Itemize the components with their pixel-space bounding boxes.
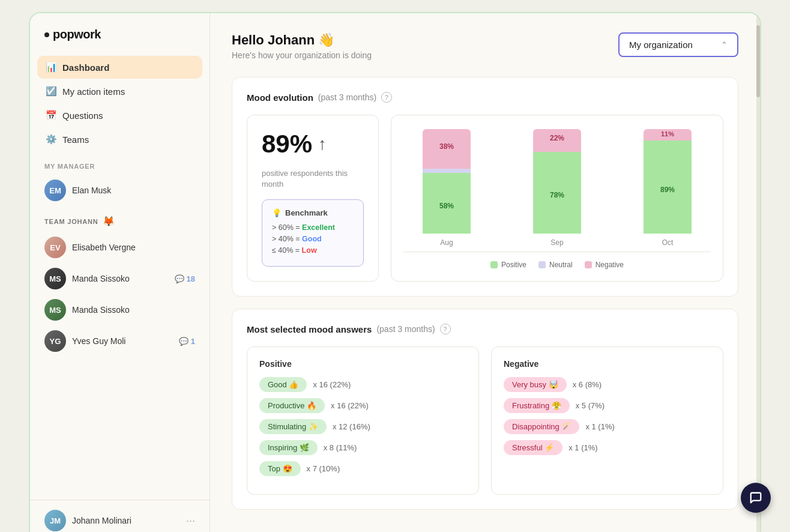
nav-item-questions[interactable]: 📅 Questions bbox=[37, 104, 202, 127]
nav-item-dashboard[interactable]: 📊 Dashboard bbox=[37, 56, 202, 79]
mood-tag-stimulating: Stimulating ✨ bbox=[259, 419, 327, 434]
right-scroll-thumb bbox=[756, 25, 760, 97]
teams-icon: ⚙️ bbox=[46, 134, 56, 145]
questions-icon: 📅 bbox=[46, 110, 56, 121]
mood-tag-row: Good 👍 x 16 (22%) bbox=[259, 377, 466, 392]
team-member-row[interactable]: EV Elisabeth Vergne bbox=[30, 232, 210, 263]
chart-bars: 58% 38% Aug 78% 22% bbox=[403, 127, 711, 252]
action-items-icon: ☑️ bbox=[46, 86, 56, 97]
mood-evolution-card: Mood evolution (past 3 months) ? 89% ↑ p… bbox=[232, 77, 738, 297]
member-avatar-ev: EV bbox=[44, 237, 66, 258]
positive-col: Positive Good 👍 x 16 (22%) Productive 🔥 … bbox=[247, 346, 479, 495]
manager-item[interactable]: EM Elan Musk bbox=[30, 175, 210, 206]
bar-negative-aug: 38% bbox=[423, 129, 471, 169]
chart-area: 58% 38% Aug 78% 22% bbox=[391, 115, 723, 282]
mood-tag-row: Stimulating ✨ x 12 (16%) bbox=[259, 419, 466, 434]
mood-tag-top: Top 😍 bbox=[259, 461, 301, 476]
mood-count-stressful: x 1 (1%) bbox=[568, 443, 597, 452]
team-emoji: 🦊 bbox=[103, 216, 115, 227]
mood-tag-row: Top 😍 x 7 (10%) bbox=[259, 461, 466, 476]
legend-dot-positive bbox=[490, 261, 498, 268]
team-header: TEAM JOHANN 🦊 bbox=[30, 206, 210, 232]
bar-stack-aug: 58% 38% bbox=[423, 129, 471, 234]
nav-label-questions: Questions bbox=[62, 110, 103, 121]
bar-neutral-aug bbox=[423, 169, 471, 173]
team-member-row[interactable]: MS Manda Sissoko bbox=[30, 294, 210, 325]
mood-count-very-busy: x 6 (8%) bbox=[573, 380, 602, 389]
nav-section: 📊 Dashboard ☑️ My action items 📅 Questio… bbox=[30, 56, 210, 152]
bar-group-sep: 78% 22% Sep bbox=[530, 129, 584, 247]
comment-badge-ygm[interactable]: 💬 1 bbox=[179, 337, 195, 346]
bar-label-sep: Sep bbox=[550, 238, 563, 247]
help-icon-2[interactable]: ? bbox=[440, 324, 451, 334]
comment-icon: 💬 bbox=[175, 274, 184, 283]
bar-positive-oct: 89% bbox=[644, 141, 692, 234]
comment-count-ms1: 18 bbox=[187, 274, 195, 283]
mood-answers-grid: Positive Good 👍 x 16 (22%) Productive 🔥 … bbox=[247, 346, 723, 495]
legend-dot-negative bbox=[585, 261, 592, 268]
mood-tag-disappointing: Disappointing 🪄 bbox=[504, 419, 579, 434]
legend-label-positive: Positive bbox=[501, 261, 526, 269]
greeting-area: Hello Johann 👋 Here's how your organizat… bbox=[232, 32, 372, 60]
legend-label-negative: Negative bbox=[596, 261, 624, 269]
negative-col-title: Negative bbox=[504, 359, 711, 369]
nav-label-action-items: My action items bbox=[62, 86, 125, 97]
bar-group-oct: 89% 11% Oct bbox=[641, 129, 695, 247]
mood-answers-subtitle: (past 3 months) bbox=[376, 324, 435, 334]
mood-evolution-title: Mood evolution (past 3 months) ? bbox=[247, 92, 723, 103]
legend-neutral: Neutral bbox=[538, 261, 573, 269]
mood-tag-stressful: Stressful ⚡ bbox=[504, 440, 562, 455]
benchmark-row-good: > 40% = Good bbox=[272, 235, 354, 243]
page-header: Hello Johann 👋 Here's how your organizat… bbox=[232, 32, 738, 60]
mood-count-top: x 7 (10%) bbox=[307, 464, 340, 473]
comment-badge-ms1[interactable]: 💬 18 bbox=[175, 274, 195, 283]
manager-avatar: EM bbox=[44, 180, 66, 201]
bar-stack-sep: 78% 22% bbox=[533, 129, 581, 234]
mood-tag-productive: Productive 🔥 bbox=[259, 398, 325, 413]
team-member-row[interactable]: YG Yves Guy Moli 💬 1 bbox=[30, 325, 210, 357]
legend-label-neutral: Neutral bbox=[549, 261, 573, 269]
sidebar: popwork 📊 Dashboard ☑️ My action items 📅… bbox=[30, 13, 210, 532]
nav-label-teams: Teams bbox=[62, 135, 89, 145]
benchmark-low: Low bbox=[302, 246, 317, 255]
chart-legend: Positive Neutral Negative bbox=[403, 261, 711, 269]
nav-item-action-items[interactable]: ☑️ My action items bbox=[37, 80, 202, 103]
mood-tag-row: Very busy 🤯 x 6 (8%) bbox=[504, 377, 711, 392]
team-member-row[interactable]: MS Manda Sissoko 💬 18 bbox=[30, 263, 210, 294]
mood-count-good: x 16 (22%) bbox=[313, 380, 351, 389]
org-selector-text: My organization bbox=[629, 40, 693, 50]
user-menu-dots[interactable]: ··· bbox=[186, 515, 195, 527]
help-icon[interactable]: ? bbox=[381, 92, 392, 103]
member-name-1: Manda Sissoko bbox=[72, 274, 169, 283]
chat-button[interactable] bbox=[741, 483, 771, 513]
bar-label-oct: Oct bbox=[662, 238, 674, 247]
percentage-value: 89% bbox=[262, 130, 312, 159]
mood-answers-label: Most selected mood answers bbox=[247, 324, 372, 334]
mood-count-disappointing: x 1 (1%) bbox=[585, 422, 614, 431]
stat-description: positive respondents this month bbox=[262, 168, 364, 190]
org-selector[interactable]: My organization ⌃ bbox=[618, 32, 738, 57]
logo-area: popwork bbox=[30, 28, 210, 56]
mood-tag-good: Good 👍 bbox=[259, 377, 307, 392]
comment-count-ygm: 1 bbox=[191, 337, 195, 346]
mood-count-inspiring: x 8 (11%) bbox=[324, 443, 357, 452]
right-scrollbar[interactable] bbox=[756, 13, 760, 532]
benchmark-label: Benchmark bbox=[285, 208, 328, 217]
bar-positive-aug: 58% bbox=[423, 173, 471, 234]
my-manager-label: MY MANAGER bbox=[30, 152, 210, 175]
chevron-down-icon: ⌃ bbox=[721, 40, 728, 49]
mood-tag-row: Disappointing 🪄 x 1 (1%) bbox=[504, 419, 711, 434]
comment-icon-ygm: 💬 bbox=[179, 337, 188, 346]
sidebar-bottom: JM Johann Molinari ··· bbox=[30, 500, 210, 532]
legend-positive: Positive bbox=[490, 261, 526, 269]
mood-count-productive: x 16 (22%) bbox=[331, 401, 369, 410]
greeting-title: Hello Johann 👋 bbox=[232, 32, 372, 48]
legend-dot-neutral bbox=[538, 261, 546, 268]
benchmark-excellent: Excellent bbox=[302, 223, 335, 232]
current-user[interactable]: JM Johann Molinari bbox=[44, 510, 131, 531]
benchmark-title: 💡 Benchmark bbox=[272, 208, 354, 217]
bar-group-aug: 58% 38% Aug bbox=[420, 129, 474, 247]
member-name-0: Elisabeth Vergne bbox=[72, 243, 195, 252]
mood-evolution-subtitle: (past 3 months) bbox=[318, 92, 376, 102]
nav-item-teams[interactable]: ⚙️ Teams bbox=[37, 128, 202, 151]
